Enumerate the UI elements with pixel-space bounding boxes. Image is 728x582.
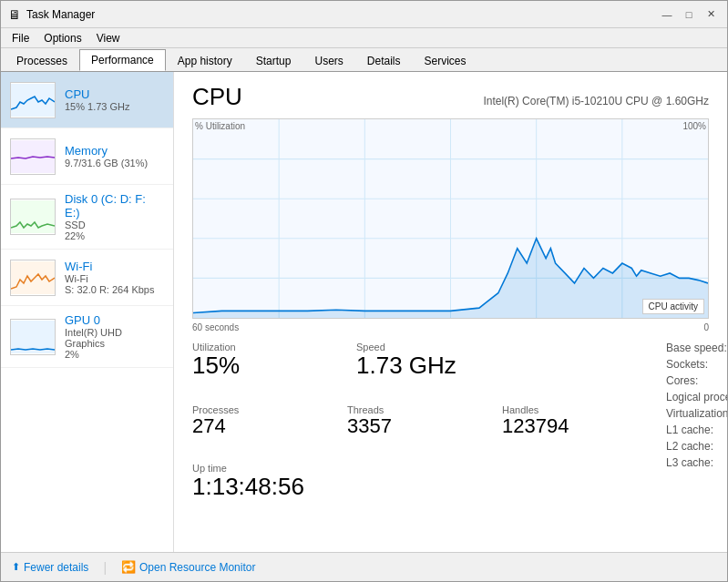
detail-panel: CPU Intel(R) Core(TM) i5-10210U CPU @ 1.…	[174, 72, 727, 552]
bottom-bar: ⬆ Fewer details | 🔁 Open Resource Monito…	[1, 552, 727, 581]
chart-svg	[193, 119, 708, 318]
cpu-sub: 15% 1.73 GHz	[65, 101, 164, 112]
title-bar-controls: — □ ✕	[658, 5, 720, 24]
memory-info: Memory 9.7/31.6 GB (31%)	[65, 144, 164, 168]
cpu-chart: % Utilization 100%	[192, 118, 709, 319]
tab-app-history[interactable]: App history	[166, 49, 244, 71]
task-manager-window: 🖥 Task Manager — □ ✕ File Options View P…	[0, 0, 728, 582]
fewer-details-link[interactable]: ⬆ Fewer details	[12, 561, 88, 574]
l2-key: L2 cache:	[666, 440, 713, 453]
handles-stat: Handles 123794	[502, 404, 611, 437]
handles-label: Handles	[502, 404, 611, 415]
menu-file[interactable]: File	[5, 30, 36, 46]
right-stats: Base speed: 2.11 GHz Sockets: 1 Cores: 4…	[666, 342, 727, 499]
disk-thumbnail	[10, 199, 56, 235]
basespeed-key: Base speed:	[666, 342, 727, 354]
disk-info: Disk 0 (C: D: F: E:) SSD 22%	[65, 192, 164, 241]
wifi-thumbnail	[10, 260, 56, 296]
right-stat-basespeed: Base speed: 2.11 GHz	[666, 342, 727, 354]
util-speed-row: Utilization 15% Speed 1.73 GHz	[192, 342, 639, 392]
wifi-info: Wi-Fi Wi-Fi S: 32.0 R: 264 Kbps	[65, 260, 164, 295]
detail-subtitle: Intel(R) Core(TM) i5-10210U CPU @ 1.60GH…	[483, 95, 709, 107]
disk-sub1: SSD	[65, 220, 164, 230]
wifi-sub1: Wi-Fi	[65, 273, 164, 284]
gpu-info: GPU 0 Intel(R) UHD Graphics 2%	[65, 313, 164, 360]
processes-label: Processes	[192, 404, 302, 415]
separator: |	[103, 560, 107, 575]
cpu-info: CPU 15% 1.73 GHz	[65, 87, 164, 112]
cpu-thumbnail	[10, 82, 56, 118]
app-icon: 🖥	[8, 7, 21, 22]
menu-options[interactable]: Options	[36, 30, 88, 46]
wifi-label: Wi-Fi	[65, 260, 164, 273]
right-stat-sockets: Sockets: 1	[666, 358, 727, 371]
resource-monitor-icon: 🔁	[121, 560, 136, 574]
right-stat-cores: Cores: 4	[666, 374, 727, 387]
tab-users[interactable]: Users	[302, 49, 354, 71]
sidebar-item-gpu[interactable]: GPU 0 Intel(R) UHD Graphics 2%	[1, 306, 173, 368]
minimize-button[interactable]: —	[658, 5, 676, 24]
fewer-details-label: Fewer details	[24, 561, 88, 574]
gpu-label: GPU 0	[65, 313, 164, 327]
uptime-label: Up time	[192, 463, 639, 474]
right-stat-virt: Virtualization: Enabled	[666, 407, 727, 420]
utilization-value: 15%	[192, 352, 302, 379]
open-resource-monitor-link[interactable]: 🔁 Open Resource Monitor	[121, 560, 255, 574]
detail-header: CPU Intel(R) Core(TM) i5-10210U CPU @ 1.…	[192, 83, 709, 111]
stats-area: Utilization 15% Speed 1.73 GHz Processes…	[192, 342, 709, 499]
right-stat-logical: Logical processors: 8	[666, 391, 727, 403]
handles-value: 123794	[502, 415, 611, 437]
uptime-value: 1:13:48:56	[192, 474, 639, 500]
svg-rect-2	[11, 200, 55, 233]
open-resource-monitor-label: Open Resource Monitor	[139, 561, 255, 574]
gpu-sub2: 2%	[65, 349, 164, 360]
chart-time-labels: 60 seconds 0	[192, 322, 709, 332]
sidebar-item-wifi[interactable]: Wi-Fi Wi-Fi S: 32.0 R: 264 Kbps	[1, 250, 173, 306]
memory-sub: 9.7/31.6 GB (31%)	[65, 158, 164, 168]
l1-key: L1 cache:	[666, 424, 713, 436]
close-button[interactable]: ✕	[702, 5, 720, 24]
sockets-key: Sockets:	[666, 358, 708, 371]
right-stat-l3: L3 cache: 6.0 MB	[666, 456, 727, 469]
gpu-thumbnail	[10, 319, 56, 355]
threads-label: Threads	[347, 404, 456, 415]
menu-view[interactable]: View	[89, 30, 128, 46]
window-title: Task Manager	[26, 8, 95, 21]
logical-key: Logical processors:	[666, 391, 727, 403]
speed-value: 1.73 GHz	[356, 352, 466, 379]
menu-bar: File Options View	[1, 28, 727, 48]
memory-label: Memory	[65, 144, 164, 158]
disk-sub2: 22%	[65, 230, 164, 241]
tab-startup[interactable]: Startup	[244, 49, 303, 71]
chart-y-max: 100%	[682, 121, 706, 131]
tab-processes[interactable]: Processes	[5, 49, 79, 71]
chart-time-left: 60 seconds	[192, 322, 239, 332]
title-bar-left: 🖥 Task Manager	[8, 7, 95, 22]
l3-key: L3 cache:	[666, 456, 713, 469]
chart-time-right: 0	[703, 322, 709, 332]
cpu-label: CPU	[65, 87, 164, 101]
tab-services[interactable]: Services	[413, 49, 478, 71]
chevron-up-icon: ⬆	[12, 561, 20, 573]
tab-details[interactable]: Details	[355, 49, 413, 71]
sidebar-item-cpu[interactable]: CPU 15% 1.73 GHz	[1, 72, 173, 128]
sidebar-item-disk[interactable]: Disk 0 (C: D: F: E:) SSD 22%	[1, 185, 173, 250]
maximize-button[interactable]: □	[680, 5, 698, 24]
processes-stat: Processes 274	[192, 404, 302, 437]
uptime-stat: Up time 1:13:48:56	[192, 463, 639, 500]
threads-value: 3357	[347, 415, 456, 437]
memory-thumbnail	[10, 138, 56, 175]
right-stat-l1: L1 cache: 256 KB	[666, 424, 727, 436]
right-stat-l2: L2 cache: 1.0 MB	[666, 440, 727, 453]
processes-value: 274	[192, 415, 302, 437]
tabs-bar: Processes Performance App history Startu…	[1, 48, 727, 72]
tab-performance[interactable]: Performance	[79, 49, 166, 71]
svg-rect-3	[11, 261, 55, 294]
threads-stat: Threads 3357	[347, 404, 456, 437]
title-bar: 🖥 Task Manager — □ ✕	[1, 1, 727, 28]
sidebar-item-memory[interactable]: Memory 9.7/31.6 GB (31%)	[1, 128, 173, 185]
gpu-sub1: Intel(R) UHD Graphics	[65, 327, 164, 349]
wifi-sub2: S: 32.0 R: 264 Kbps	[65, 284, 164, 295]
utilization-stat: Utilization 15%	[192, 342, 302, 379]
cpu-activity-label: CPU activity	[642, 299, 704, 314]
